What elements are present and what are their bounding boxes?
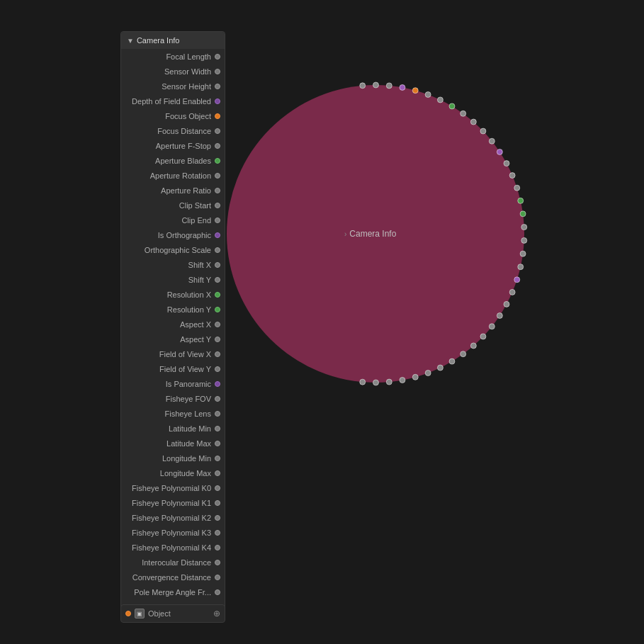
- node-row: Fisheye Lens: [121, 406, 225, 421]
- output-socket[interactable]: [215, 500, 220, 506]
- svg-point-29: [470, 343, 476, 349]
- node-row: Fisheye Polynomial K3: [121, 525, 225, 540]
- svg-point-12: [489, 138, 495, 144]
- node-row-label: Clip Start: [124, 201, 211, 210]
- svg-point-24: [509, 289, 515, 295]
- node-row-label: Aperture Ratio: [124, 186, 211, 195]
- node-row-label: Clip End: [124, 216, 211, 225]
- node-row: Fisheye Polynomial K1: [121, 495, 225, 510]
- output-socket[interactable]: [215, 411, 220, 417]
- node-row: Focal Length: [121, 49, 225, 64]
- svg-point-11: [480, 128, 486, 134]
- node-row-label: Depth of Field Enabled: [124, 97, 211, 106]
- node-row: Shift Y: [121, 272, 225, 287]
- output-socket[interactable]: [215, 441, 220, 446]
- output-socket[interactable]: [215, 530, 220, 536]
- node-row-label: Latitude Max: [124, 439, 211, 448]
- svg-point-22: [518, 264, 524, 270]
- node-row-label: Sensor Width: [124, 67, 211, 76]
- node-row: Resolution Y: [121, 302, 225, 317]
- node-row-label: Fisheye Polynomial K3: [124, 529, 211, 537]
- node-row: Shift X: [121, 257, 225, 272]
- node-row: Sensor Width: [121, 64, 225, 79]
- node-row-label: Resolution Y: [124, 305, 211, 314]
- svg-point-33: [425, 370, 431, 375]
- node-row: Aspect X: [121, 317, 225, 332]
- node-row: Latitude Min: [121, 421, 225, 436]
- circle-svg: [213, 71, 538, 397]
- node-row: Fisheye Polynomial K0: [121, 480, 225, 495]
- node-row-label: Focal Length: [124, 52, 211, 61]
- circle-visualization: › Camera Info: [213, 71, 538, 397]
- output-socket[interactable]: [215, 426, 220, 431]
- svg-point-6: [425, 92, 431, 98]
- node-row: Longitude Max: [121, 465, 225, 480]
- node-row-label: Fisheye Polynomial K4: [124, 543, 211, 552]
- svg-point-3: [386, 83, 392, 89]
- bottom-bar: ▣ Object ⊕: [120, 604, 225, 623]
- node-row: Clip Start: [121, 198, 225, 213]
- node-row-label: Orthographic Scale: [124, 246, 211, 254]
- svg-point-19: [521, 225, 527, 230]
- node-rows: Focal LengthSensor WidthSensor HeightDep…: [121, 49, 225, 614]
- node-row: Is Orthographic: [121, 227, 225, 242]
- node-row-label: Is Orthographic: [124, 231, 211, 239]
- svg-point-36: [386, 379, 392, 385]
- node-row-label: Fisheye Polynomial K0: [124, 484, 211, 492]
- output-socket[interactable]: [215, 545, 220, 550]
- svg-point-37: [373, 380, 378, 385]
- svg-point-32: [437, 365, 443, 371]
- output-socket[interactable]: [215, 54, 220, 60]
- node-row-label: Sensor Height: [124, 82, 211, 91]
- node-row: Aperture F-Stop: [121, 138, 225, 153]
- output-socket[interactable]: [215, 456, 220, 461]
- node-row-label: Aspect X: [124, 320, 211, 329]
- node-row-label: Is Panoramic: [124, 380, 211, 388]
- node-row: Field of View X: [121, 346, 225, 361]
- node-row: Sensor Height: [121, 79, 225, 94]
- node-row: Clip End: [121, 213, 225, 227]
- node-row: Focus Object: [121, 108, 225, 123]
- node-row-label: Aspect Y: [124, 335, 211, 344]
- svg-point-0: [227, 85, 524, 383]
- svg-point-35: [400, 378, 405, 383]
- svg-point-7: [437, 97, 443, 103]
- svg-point-1: [360, 83, 366, 89]
- output-socket[interactable]: [215, 515, 220, 521]
- eyedropper-icon[interactable]: ⊕: [213, 609, 220, 618]
- node-row-label: Fisheye Polynomial K2: [124, 514, 211, 522]
- output-socket[interactable]: [215, 589, 220, 595]
- output-socket[interactable]: [215, 560, 220, 565]
- svg-point-17: [518, 198, 524, 203]
- node-row: Resolution X: [121, 287, 225, 302]
- node-row: Aperture Blades: [121, 153, 225, 168]
- output-socket[interactable]: [215, 485, 220, 491]
- node-row-label: Aperture F-Stop: [124, 142, 211, 150]
- output-socket[interactable]: [215, 575, 220, 580]
- svg-point-8: [449, 103, 455, 109]
- node-row-label: Pole Merge Angle Fr...: [124, 588, 211, 597]
- node-row-label: Longitude Min: [124, 454, 211, 463]
- svg-point-31: [449, 358, 455, 364]
- bottom-socket: [125, 611, 131, 616]
- output-socket[interactable]: [215, 470, 220, 476]
- node-panel: ▼ Camera Info Focal LengthSensor WidthSe…: [120, 31, 225, 615]
- node-row-label: Shift X: [124, 261, 211, 269]
- svg-point-21: [520, 251, 526, 256]
- node-row-label: Interocular Distance: [124, 558, 211, 567]
- node-row-label: Field of View Y: [124, 365, 211, 373]
- bottom-label: Object: [148, 609, 213, 618]
- object-type-icon: ▣: [135, 609, 145, 618]
- node-row: Longitude Min: [121, 451, 225, 465]
- node-header[interactable]: ▼ Camera Info: [121, 32, 225, 49]
- node-row: Focus Distance: [121, 123, 225, 138]
- svg-point-18: [520, 211, 526, 217]
- node-row-label: Shift Y: [124, 276, 211, 284]
- svg-point-26: [497, 313, 502, 319]
- svg-point-20: [521, 237, 527, 243]
- node-row: Field of View Y: [121, 361, 225, 376]
- node-title: Camera Info: [137, 36, 180, 45]
- node-row-label: Latitude Min: [124, 424, 211, 433]
- node-row: Convergence Distance: [121, 570, 225, 584]
- node-row-label: Longitude Max: [124, 469, 211, 478]
